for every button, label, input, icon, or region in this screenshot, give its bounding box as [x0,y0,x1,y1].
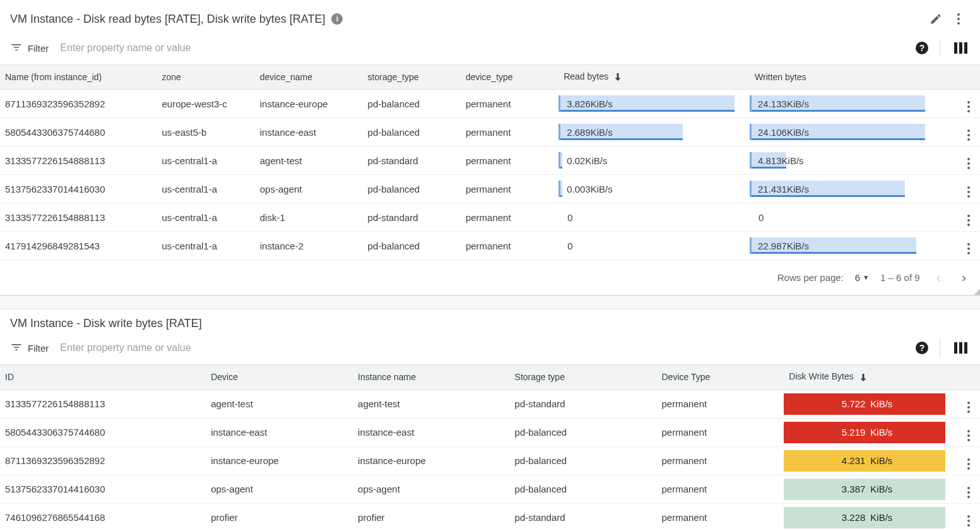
cell-instance: instance-europe [353,446,509,475]
row-menu-icon[interactable] [962,430,975,441]
filter-input[interactable] [59,42,916,54]
table-row[interactable]: 8711369323596352892instance-europeinstan… [0,446,980,475]
panel-title: VM Instance - Disk read bytes [RATE], Di… [10,13,325,26]
cell-devtype: permanent [461,146,558,175]
cell-zone: europe-west3-c [156,90,254,118]
table-row[interactable]: 5137562337014416030ops-agentops-agentpd-… [0,475,980,503]
cell-actions [950,475,980,503]
cell-device: instance-east [206,418,353,446]
col-header[interactable]: Device [206,365,353,390]
row-menu-icon[interactable] [962,129,975,141]
row-menu-icon[interactable] [962,458,975,470]
col-header[interactable]: Instance name [353,365,509,390]
filter-input[interactable] [59,342,916,354]
cell-devtype: permanent [461,118,558,146]
table-row[interactable]: 3133577226154888113us-central1-aagent-te… [0,146,980,175]
cell-zone: us-central1-a [156,203,254,232]
help-icon[interactable]: ? [916,42,928,54]
row-menu-icon[interactable] [962,243,975,254]
row-menu-icon[interactable] [962,215,975,226]
cell-devtype: permanent [656,475,784,503]
cell-id: 5137562337014416030 [0,175,156,203]
row-menu-icon[interactable] [962,101,975,112]
cell-devtype: permanent [656,390,784,418]
panel-disk-write: VM Instance - Disk write bytes [RATE] Fi… [0,309,980,531]
cell-device: agent-test [255,146,363,175]
cell-actions [941,146,980,175]
cell-id: 3133577226154888113 [0,390,206,418]
cell-devtype: permanent [461,232,558,260]
next-page-icon[interactable]: › [957,268,971,287]
col-header[interactable]: storage_type [363,65,461,90]
cell-zone: us-central1-a [156,175,254,203]
table-row[interactable]: 5805443306375744680instance-eastinstance… [0,418,980,446]
metric-cell: 5.722KiB/s [784,390,950,418]
cell-actions [950,390,980,418]
col-header[interactable]: Name (from instance_id) [0,65,156,90]
row-menu-icon[interactable] [962,158,975,169]
edit-icon[interactable] [924,8,947,30]
cell-storage: pd-standard [363,203,461,232]
panel-gap [0,295,980,309]
metric-cell: 3.826KiB/s [558,90,750,118]
rows-per-page-value[interactable]: 6▼ [855,272,869,283]
info-icon[interactable]: i [331,13,343,25]
metric-cell: 0 [558,232,750,260]
columns-icon[interactable] [952,42,970,54]
col-header[interactable]: device_type [461,65,558,90]
metric-cell: 0 [750,203,941,232]
cell-devtype: permanent [461,175,558,203]
row-menu-icon[interactable] [962,487,975,498]
cell-storage: pd-balanced [510,418,657,446]
table-disk-rw: Name (from instance_id)zonedevice_namest… [0,65,980,260]
cell-zone: us-east5-b [156,118,254,146]
table-row[interactable]: 3133577226154888113agent-testagent-testp… [0,390,980,418]
columns-icon[interactable] [952,342,970,354]
col-header[interactable]: Device Type [656,365,784,390]
table-row[interactable]: 5805443306375744680us-east5-binstance-ea… [0,118,980,146]
row-menu-icon[interactable] [962,402,975,413]
table-row[interactable]: 5137562337014416030us-central1-aops-agen… [0,175,980,203]
metric-cell: 21.431KiB/s [750,175,941,203]
cell-actions [941,203,980,232]
cell-storage: pd-standard [363,146,461,175]
col-header[interactable]: Written bytes [750,65,941,90]
cell-zone: us-central1-a [156,146,254,175]
cell-instance: profier [353,503,509,531]
table-disk-write: IDDeviceInstance nameStorage typeDevice … [0,365,980,531]
row-menu-icon[interactable] [962,515,975,527]
col-header[interactable]: Storage type [510,365,657,390]
table-row[interactable]: 417914296849281543us-central1-ainstance-… [0,232,980,260]
metric-cell: 3.387KiB/s [784,475,950,503]
metric-cell: 0.003KiB/s [558,175,750,203]
more-icon[interactable] [947,8,970,30]
col-header[interactable]: device_name [255,65,363,90]
prev-page-icon[interactable]: ‹ [931,268,946,287]
table-row[interactable]: 3133577226154888113us-central1-adisk-1pd… [0,203,980,232]
cell-devtype: permanent [656,418,784,446]
cell-device: agent-test [206,390,353,418]
pagination: Rows per page: 6▼ 1 – 6 of 9 ‹ › [0,260,980,295]
cell-instance: ops-agent [353,475,509,503]
col-header[interactable]: Read bytes [558,65,750,90]
cell-id: 8711369323596352892 [0,446,206,475]
cell-storage: pd-balanced [363,175,461,203]
resize-handle-icon[interactable] [974,289,980,295]
filter-icon [10,341,23,355]
row-menu-icon[interactable] [962,186,975,198]
col-header[interactable]: ID [0,365,206,390]
filter-bar: Filter ? [0,334,980,365]
col-header[interactable]: zone [156,65,254,90]
panel-disk-rw: VM Instance - Disk read bytes [RATE], Di… [0,0,980,295]
cell-id: 417914296849281543 [0,232,156,260]
metric-cell: 22.987KiB/s [750,232,941,260]
divider [940,39,940,57]
cell-storage: pd-balanced [363,232,461,260]
help-icon[interactable]: ? [916,342,928,354]
col-header[interactable]: Disk Write Bytes [784,365,950,390]
cell-device: instance-east [255,118,363,146]
cell-storage: pd-balanced [363,118,461,146]
table-row[interactable]: 7461096276865544168profierprofierpd-stan… [0,503,980,531]
metric-cell: 24.133KiB/s [750,90,941,118]
table-row[interactable]: 8711369323596352892europe-west3-cinstanc… [0,90,980,118]
